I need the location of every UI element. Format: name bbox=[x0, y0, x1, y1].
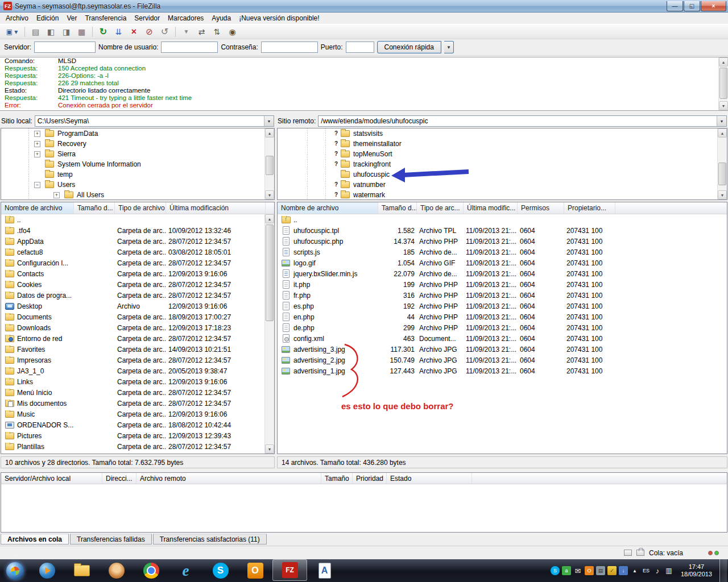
column-header-size[interactable]: Tamaño d... bbox=[378, 202, 417, 214]
menu-item[interactable]: Servidor bbox=[130, 13, 164, 23]
local-path-combo[interactable]: C:\Users\Seyma\ ▼ bbox=[35, 115, 274, 127]
column-header-modified[interactable]: Última modific... bbox=[464, 202, 518, 214]
port-input[interactable] bbox=[346, 41, 374, 53]
tree-expander-icon[interactable] bbox=[34, 182, 40, 188]
sep[interactable] bbox=[24, 27, 25, 37]
toggle-log-icon[interactable] bbox=[28, 26, 43, 38]
close-button[interactable]: × bbox=[701, 1, 726, 11]
file-row[interactable]: uhufocuspic.php 14.374 Archivo PHP 11/09… bbox=[278, 236, 727, 247]
taskbar-clock[interactable]: 17:47 18/09/2013 bbox=[676, 563, 717, 578]
scroll-up-icon[interactable]: ▲ bbox=[265, 214, 274, 223]
remote-tree-scrollbar[interactable]: ▲ ▼ bbox=[717, 128, 727, 199]
file-row[interactable]: Menú Inicio Carpeta de arc... 28/07/2012… bbox=[1, 387, 264, 398]
toggle-remote-tree-icon[interactable] bbox=[59, 26, 73, 38]
file-row[interactable]: .tfo4 Carpeta de arc... 10/09/2012 13:32… bbox=[1, 225, 264, 236]
file-row[interactable]: cefactu8 Carpeta de arc... 03/08/2012 18… bbox=[1, 247, 264, 257]
tray-network-icon[interactable] bbox=[664, 566, 673, 575]
file-row[interactable]: AppData Carpeta de arc... 28/07/2012 12:… bbox=[1, 236, 264, 247]
file-row[interactable]: jquery.bxSlider.min.js 22.079 Archivo de… bbox=[278, 268, 727, 279]
remote-tree-item[interactable]: trackingfront bbox=[278, 159, 727, 169]
column-header-permissions[interactable]: Permisos bbox=[518, 202, 564, 214]
server-input[interactable] bbox=[34, 41, 96, 53]
file-row[interactable]: Music Carpeta de arc... 12/09/2013 9:16:… bbox=[1, 409, 264, 419]
remote-tree-item[interactable]: watermark bbox=[278, 190, 727, 200]
quickconnect-button[interactable]: Conexión rápida bbox=[377, 41, 441, 53]
scroll-up-icon[interactable]: ▲ bbox=[719, 57, 728, 66]
explorer-icon[interactable] bbox=[64, 559, 99, 582]
file-row[interactable]: Downloads Carpeta de arc... 12/09/2013 1… bbox=[1, 322, 264, 333]
process-queue-icon[interactable] bbox=[111, 26, 126, 38]
local-tree-scrollbar[interactable]: ▲ ▼ bbox=[264, 128, 274, 199]
cancel-icon[interactable] bbox=[127, 26, 141, 38]
toggle-local-tree-icon[interactable] bbox=[44, 26, 58, 38]
file-row[interactable]: JA3_1_0 Carpeta de arc... 20/05/2013 9:3… bbox=[1, 365, 264, 376]
username-input[interactable] bbox=[161, 41, 218, 53]
file-row[interactable]: config.xml 463 Document... 11/09/2013 21… bbox=[278, 333, 727, 344]
remote-tree-item[interactable]: statsvisits bbox=[278, 128, 727, 139]
scroll-up-icon[interactable]: ▲ bbox=[265, 128, 274, 138]
scroll-down-icon[interactable]: ▼ bbox=[719, 101, 728, 110]
queue-column-size[interactable]: Tamaño bbox=[321, 473, 353, 484]
sep[interactable] bbox=[92, 27, 93, 37]
column-header-owner[interactable]: Propietario... bbox=[564, 202, 615, 214]
media-player-icon[interactable] bbox=[30, 559, 64, 582]
file-row[interactable]: es.php 192 Archivo PHP 11/09/2013 21:...… bbox=[278, 301, 727, 311]
menu-item[interactable]: Edición bbox=[32, 13, 63, 23]
file-row[interactable]: fr.php 316 Archivo PHP 11/09/2013 21:...… bbox=[278, 290, 727, 301]
column-header-type[interactable]: Tipo de archivo bbox=[115, 202, 166, 214]
remote-tree-item[interactable]: topMenuSort bbox=[278, 149, 727, 159]
menu-item[interactable]: ¡Nueva versión disponible! bbox=[235, 13, 323, 23]
scrollbar-thumb[interactable] bbox=[719, 68, 727, 99]
refresh-icon[interactable] bbox=[96, 26, 110, 38]
queue-tab[interactable]: Archivos en cola bbox=[1, 534, 69, 544]
file-row[interactable]: uhufocuspic.tpl 1.582 Archivo TPL 11/09/… bbox=[278, 225, 727, 236]
tray-antivirus-icon[interactable] bbox=[562, 566, 571, 575]
tree-expander-icon[interactable] bbox=[34, 151, 40, 157]
compare-directories-icon[interactable] bbox=[195, 26, 209, 38]
column-header-name[interactable]: Nombre de archivo bbox=[278, 202, 378, 214]
file-row[interactable]: Links Carpeta de arc... 12/09/2013 9:16:… bbox=[1, 376, 264, 387]
remote-tree-item[interactable]: vatnumber bbox=[278, 180, 727, 190]
file-row[interactable]: de.php 299 Archivo PHP 11/09/2013 21:...… bbox=[278, 322, 727, 333]
file-row[interactable]: Documents Carpeta de arc... 18/09/2013 1… bbox=[1, 311, 264, 322]
column-header-modified[interactable]: Última modificación bbox=[166, 202, 266, 214]
file-row[interactable]: scripts.js 185 Archivo de... 11/09/2013 … bbox=[278, 247, 727, 257]
file-row[interactable]: it.php 199 Archivo PHP 11/09/2013 21:...… bbox=[278, 279, 727, 290]
local-tree-item[interactable]: All Users bbox=[1, 190, 274, 200]
local-tree-item[interactable]: temp bbox=[1, 169, 274, 180]
remote-path-combo[interactable]: /www/etienda/modules/uhufocuspic ▼ bbox=[318, 115, 727, 127]
synchronized-browsing-icon[interactable] bbox=[210, 26, 224, 38]
scroll-down-icon[interactable]: ▼ bbox=[265, 444, 274, 454]
column-header-size[interactable]: Tamaño d... bbox=[74, 202, 115, 214]
scrollbar-thumb[interactable] bbox=[718, 163, 726, 185]
file-row[interactable]: Datos de progra... Carpeta de arc... 28/… bbox=[1, 290, 264, 301]
remote-tree-item[interactable]: themeinstallator bbox=[278, 139, 727, 149]
file-row[interactable]: Desktop Archivo 12/09/2013 9:16:06 bbox=[1, 301, 264, 311]
queue-column-remote[interactable]: Archivo remoto bbox=[136, 473, 321, 484]
file-row[interactable]: Mis documentos Carpeta de arc... 28/07/2… bbox=[1, 398, 264, 409]
file-row[interactable]: .. bbox=[278, 214, 727, 225]
file-row[interactable]: advertising_2.jpg 150.749 Archivo JPG 11… bbox=[278, 355, 727, 365]
file-row[interactable]: en.php 44 Archivo PHP 11/09/2013 21:... … bbox=[278, 311, 727, 322]
local-tree-item[interactable]: System Volume Information bbox=[1, 159, 274, 169]
site-manager-icon[interactable] bbox=[3, 26, 21, 38]
restore-button[interactable]: ◱ bbox=[684, 1, 700, 11]
local-tree-item[interactable]: Sierra bbox=[1, 149, 274, 159]
log-scrollbar[interactable]: ▲ ▼ bbox=[718, 57, 728, 110]
scrollbar-thumb[interactable] bbox=[266, 225, 274, 321]
file-row[interactable]: Pictures Carpeta de arc... 12/09/2013 12… bbox=[1, 430, 264, 441]
start-button[interactable] bbox=[0, 559, 30, 582]
show-desktop-button[interactable] bbox=[719, 559, 727, 582]
password-input[interactable] bbox=[261, 41, 318, 53]
file-row[interactable]: advertising_3.jpg 117.301 Archivo JPG 11… bbox=[278, 344, 727, 355]
file-row[interactable]: Entorno de red Carpeta de arc... 28/07/2… bbox=[1, 333, 264, 344]
queue-tab[interactable]: Transferencias satisfactorias (11) bbox=[153, 534, 267, 544]
tray-security-icon[interactable] bbox=[607, 566, 617, 575]
scroll-up-icon[interactable]: ▲ bbox=[718, 128, 727, 138]
tree-expander-icon[interactable] bbox=[53, 192, 60, 198]
queue-column-status[interactable]: Estado bbox=[387, 473, 472, 484]
file-row[interactable]: advertising_1.jpg 127.443 Archivo JPG 11… bbox=[278, 365, 727, 376]
menu-item[interactable]: Marcadores bbox=[164, 13, 208, 23]
find-files-icon[interactable] bbox=[225, 26, 239, 38]
menu-item[interactable]: Transferencia bbox=[81, 13, 130, 23]
